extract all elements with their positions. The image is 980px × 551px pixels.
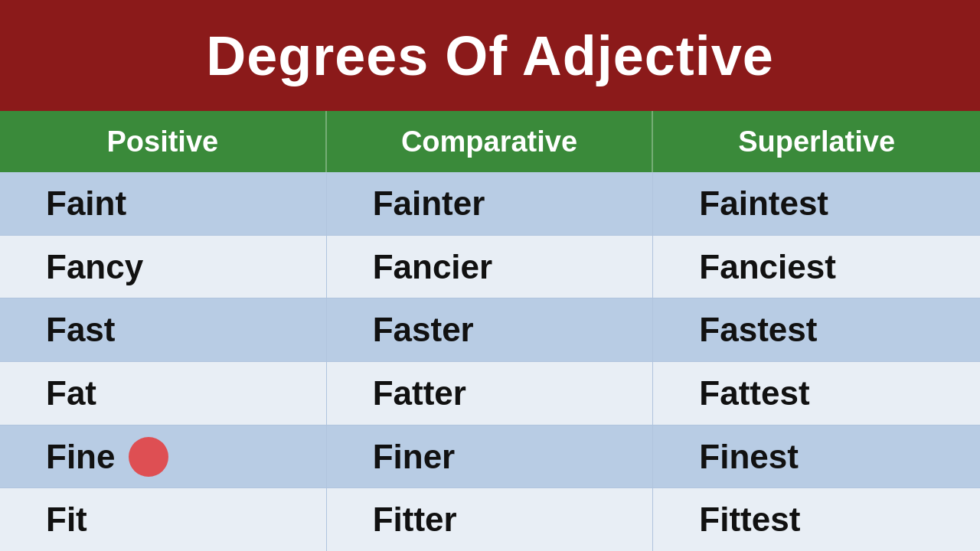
table-row: Faint Fainter Faintest [0,172,980,236]
col-positive: Positive [0,111,327,172]
page-title: Degrees Of Adjective [206,24,774,87]
cell-comparative: Finer [327,425,654,488]
cursor-indicator [129,437,168,477]
table-row: Fancy Fancier Fanciest [0,236,980,299]
cell-positive: Fat [0,362,327,425]
col-comparative: Comparative [327,111,654,172]
cell-superlative: Fattest [653,362,980,425]
page-container: Degrees Of Adjective Positive Comparativ… [0,0,980,551]
cell-comparative: Faster [327,298,654,361]
table-body: Faint Fainter Faintest Fancy Fancier Fan… [0,172,980,551]
cell-comparative: Fancier [327,236,654,298]
cell-positive: Fancy [0,236,327,298]
cell-positive: Faint [0,172,327,235]
page-header: Degrees Of Adjective [0,0,980,111]
cell-superlative: Fanciest [653,236,980,298]
cell-superlative: Fastest [653,298,980,361]
cell-positive: Fit [0,488,327,551]
table-row: Fast Faster Fastest [0,298,980,362]
cell-comparative: Fatter [327,362,654,425]
cell-positive: Fine [0,425,327,488]
cell-superlative: Fittest [653,488,980,551]
table-row: Fit Fitter Fittest [0,488,980,551]
cell-comparative: Fainter [327,172,654,235]
cell-comparative: Fitter [327,488,654,551]
cell-positive: Fast [0,298,327,361]
cell-superlative: Finest [653,425,980,488]
cell-superlative: Faintest [653,172,980,235]
table-row: Fine Finer Finest [0,425,980,489]
col-superlative: Superlative [653,111,980,172]
table-row: Fat Fatter Fattest [0,362,980,425]
table-header-row: Positive Comparative Superlative [0,111,980,172]
adjective-table: Positive Comparative Superlative Faint F… [0,111,980,551]
